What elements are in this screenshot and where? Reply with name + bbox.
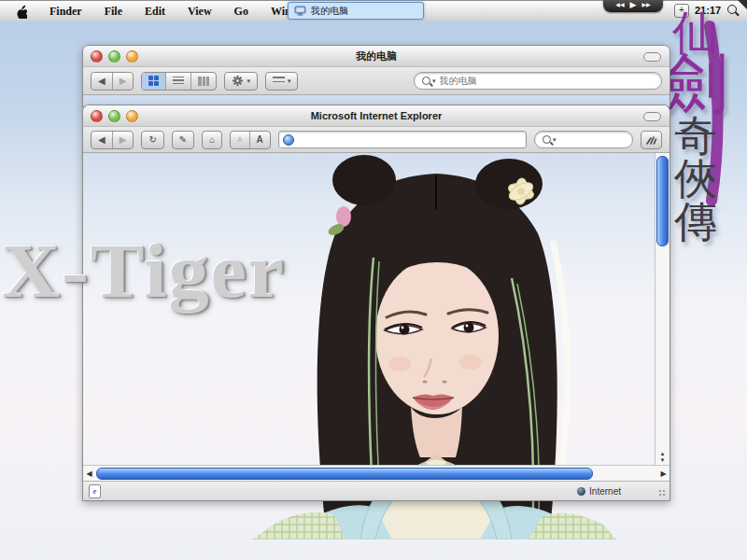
chevron-down-icon: ▾ [288,77,291,85]
grid-view-icon [148,76,159,86]
brush-icon [645,134,657,146]
ie-titlebar[interactable]: Microsoft Internet Explorer [83,105,669,127]
view-switcher [141,72,217,91]
security-zone: Internet [577,486,621,497]
list-view-button[interactable] [165,73,190,90]
finder-search-field[interactable]: ▾ [414,72,662,90]
menu-finder[interactable]: Finder [49,5,82,19]
calligraphy-char: 俠 [674,157,717,200]
menu-edit[interactable]: Edit [145,5,165,19]
history-menu-button[interactable]: ▾ [265,72,299,91]
vertical-scroll-arrows[interactable]: ▲ ▼ [655,451,669,464]
ie-content: ▲ ▼ [83,153,669,465]
vertical-scroll-thumb[interactable] [656,156,669,246]
menu-view[interactable]: View [188,5,212,19]
finder-window: 我的电脑 ◀ ▶ ▾ ▾ ▾ [82,45,670,107]
nav-buttons: ◀ ▶ [91,72,134,91]
ie-search-field[interactable]: ▾ [534,131,633,148]
fast-forward-button[interactable]: ▶▶ [641,1,650,7]
resize-grip[interactable] [658,489,667,497]
ie-toolbar: ◀ ▶ ↻ ✎ ⌂ A A ▾ [83,127,669,153]
menu-file[interactable]: File [105,5,122,19]
task-button-label: 我的电脑 [311,5,348,18]
edit-button[interactable]: ✎ [172,131,194,149]
back-button[interactable]: ◀ [92,132,112,148]
edge-widget-corner [736,0,747,9]
icon-view-button[interactable] [142,73,165,90]
menu-lines-icon [273,77,285,85]
play-button[interactable]: ▶ [630,0,637,9]
ie-document-icon: e [89,484,101,498]
scroll-up-icon[interactable]: ▲ [655,451,669,457]
ie-status-bar: e Internet [83,481,669,500]
nav-buttons: ◀ ▶ [91,131,134,149]
gear-icon [232,75,244,87]
larger-text-button[interactable]: A [249,132,270,148]
menu-go[interactable]: Go [234,5,248,19]
home-button[interactable]: ⌂ [202,131,222,149]
search-icon [543,135,551,144]
horizontal-scroll-track[interactable] [95,466,657,481]
scroll-left-icon[interactable]: ◀ [83,469,95,478]
finder-titlebar[interactable]: 我的电脑 [83,46,669,67]
home-icon: ⌂ [209,134,215,145]
calligraphy-char: 奇 [674,114,717,157]
smaller-text-button[interactable]: A [231,132,248,148]
pencil-icon: ✎ [179,134,187,145]
scroll-right-icon[interactable]: ▶ [657,469,669,478]
finder-toolbar: ◀ ▶ ▾ ▾ ▾ [83,67,669,95]
computer-icon [294,6,306,16]
column-view-button[interactable] [190,73,216,90]
search-icon [422,77,430,85]
chevron-down-icon: ▾ [432,77,436,85]
search-input[interactable] [558,133,625,146]
ie-window: Microsoft Internet Explorer ◀ ▶ ↻ ✎ ⌂ A … [82,105,670,501]
horizontal-scrollbar[interactable]: ◀ ▶ [83,465,669,481]
font-size-buttons: A A [230,131,271,149]
refresh-icon: ↻ [148,134,156,145]
zone-label: Internet [589,486,621,497]
forward-button[interactable]: ▶ [112,132,134,148]
ie-page-view[interactable] [83,153,655,465]
apple-icon [15,5,27,19]
forward-button[interactable]: ▶ [112,73,134,90]
calligraphy-char: 劍 [663,50,728,116]
rewind-button[interactable]: ◀◀ [615,1,624,7]
toolbar-toggle-button[interactable] [643,112,661,121]
refresh-button[interactable]: ↻ [141,131,163,149]
globe-icon [283,134,294,146]
taskbar-window-button[interactable]: 我的电脑 [288,2,424,20]
action-gear-button[interactable]: ▾ [224,72,258,91]
address-bar[interactable] [278,131,527,148]
search-input[interactable] [438,75,654,87]
taskbar: Finder File Edit View Go Window Help 我的电… [0,0,747,21]
horizontal-scroll-thumb[interactable] [96,468,593,480]
back-button[interactable]: ◀ [92,73,112,90]
window-title: 我的电脑 [83,49,669,63]
report-bug-button[interactable] [641,131,662,149]
list-view-icon [173,77,184,85]
chevron-down-icon: ▾ [247,77,250,85]
internet-zone-icon [577,487,585,496]
scroll-down-icon[interactable]: ▼ [655,457,669,464]
column-view-icon [198,77,209,86]
chevron-down-icon: ▾ [553,136,557,144]
apple-menu[interactable] [15,5,27,19]
toolbar-toggle-button[interactable] [643,52,661,62]
window-title: Microsoft Internet Explorer [83,110,669,121]
vertical-scrollbar[interactable]: ▲ ▼ [655,153,669,465]
calligraphy-char: 傳 [674,200,717,243]
address-input[interactable] [298,133,522,146]
